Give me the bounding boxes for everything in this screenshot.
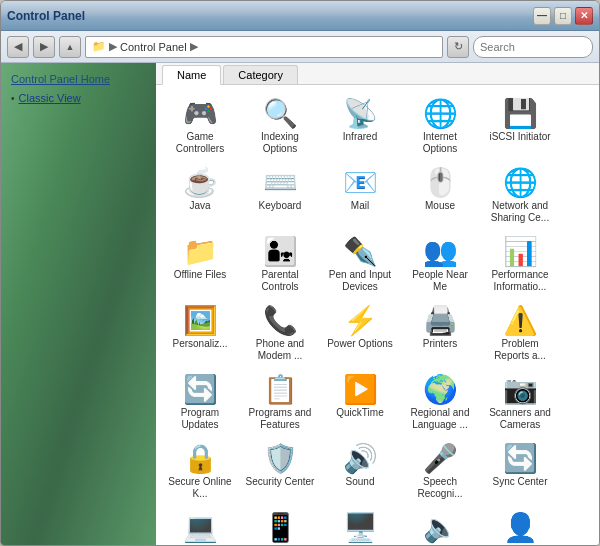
- icon-item-taskbar-start[interactable]: 🖥️Taskbar and Start Menu: [320, 507, 400, 545]
- icon-image-tablet-pc: 📱: [263, 514, 298, 542]
- icon-image-secure-online: 🔒: [183, 445, 218, 473]
- icon-label-mouse: Mouse: [425, 200, 455, 212]
- address-bar[interactable]: 📁 ▶ Control Panel ▶: [85, 36, 443, 58]
- icon-item-quicktime[interactable]: ▶️QuickTime: [320, 369, 400, 426]
- address-icon: 📁: [92, 40, 106, 53]
- control-panel-window: Control Panel — □ ✕ ◀ ▶ ▲ 📁 ▶ Control Pa…: [0, 0, 600, 546]
- icon-wrapper-java: ☕Java: [160, 162, 240, 231]
- icon-image-game-controllers: 🎮: [183, 100, 218, 128]
- icon-label-pen-input: Pen and Input Devices: [325, 269, 395, 293]
- icon-item-pen-input[interactable]: ✒️Pen and Input Devices: [320, 231, 400, 300]
- icon-label-power-options: Power Options: [327, 338, 393, 350]
- up-button[interactable]: ▲: [59, 36, 81, 58]
- icon-wrapper-security-center: 🛡️Security Center: [240, 438, 320, 507]
- icon-wrapper-programs-features: 📋Programs and Features: [240, 369, 320, 438]
- icon-label-people-near-me: People Near Me: [405, 269, 475, 293]
- icon-label-printers: Printers: [423, 338, 457, 350]
- icon-label-program-updates: Program Updates: [165, 407, 235, 431]
- icon-image-security-center: 🛡️: [263, 445, 298, 473]
- main-area: Control Panel Home • Classic View Name C…: [1, 63, 599, 545]
- icon-item-power-options[interactable]: ⚡Power Options: [320, 300, 400, 357]
- icon-item-iscsi-initiator[interactable]: 💾iSCSI Initiator: [480, 93, 560, 150]
- icon-item-performance[interactable]: 📊Performance Informatio...: [480, 231, 560, 300]
- icon-image-sound: 🔊: [343, 445, 378, 473]
- icon-label-indexing-options: Indexing Options: [245, 131, 315, 155]
- icon-image-internet-options: 🌐: [423, 100, 458, 128]
- search-input[interactable]: [480, 41, 600, 53]
- sidebar-home-link[interactable]: Control Panel Home: [11, 73, 146, 85]
- icon-image-problem-reports: ⚠️: [503, 307, 538, 335]
- icon-item-user-accounts[interactable]: 👤User Accounts: [480, 507, 560, 545]
- icon-item-mail[interactable]: 📧Mail: [320, 162, 400, 219]
- icon-item-people-near-me[interactable]: 👥People Near Me: [400, 231, 480, 300]
- icon-image-parental-controls: 👨‍👧: [263, 238, 298, 266]
- icon-label-iscsi-initiator: iSCSI Initiator: [489, 131, 550, 143]
- icon-image-sync-center: 🔄: [503, 445, 538, 473]
- icon-image-mouse: 🖱️: [423, 169, 458, 197]
- sidebar-classic-view[interactable]: • Classic View: [11, 91, 146, 105]
- icon-wrapper-scanners-cameras: 📷Scanners and Cameras: [480, 369, 560, 438]
- icon-wrapper-mail: 📧Mail: [320, 162, 400, 231]
- icon-item-programs-features[interactable]: 📋Programs and Features: [240, 369, 320, 438]
- icon-item-scanners-cameras[interactable]: 📷Scanners and Cameras: [480, 369, 560, 438]
- search-box[interactable]: 🔍: [473, 36, 593, 58]
- address-text: Control Panel: [120, 41, 187, 53]
- icons-grid: 🎮Game Controllers🔍Indexing Options📡Infra…: [156, 85, 599, 545]
- icon-item-printers[interactable]: 🖨️Printers: [400, 300, 480, 357]
- icon-item-offline-files[interactable]: 📁Offline Files: [160, 231, 240, 288]
- close-button[interactable]: ✕: [575, 7, 593, 25]
- icon-item-regional-language[interactable]: 🌍Regional and Language ...: [400, 369, 480, 438]
- icon-item-internet-options[interactable]: 🌐Internet Options: [400, 93, 480, 162]
- icon-item-sound[interactable]: 🔊Sound: [320, 438, 400, 495]
- icon-image-people-near-me: 👥: [423, 238, 458, 266]
- icon-image-user-accounts: 👤: [503, 514, 538, 542]
- icon-item-infrared[interactable]: 📡Infrared: [320, 93, 400, 150]
- icon-item-problem-reports[interactable]: ⚠️Problem Reports a...: [480, 300, 560, 369]
- icon-image-indexing-options: 🔍: [263, 100, 298, 128]
- icon-image-keyboard: ⌨️: [263, 169, 298, 197]
- icon-wrapper-offline-files: 📁Offline Files: [160, 231, 240, 300]
- forward-button[interactable]: ▶: [33, 36, 55, 58]
- icon-item-game-controllers[interactable]: 🎮Game Controllers: [160, 93, 240, 162]
- icon-item-speech-recognition[interactable]: 🎤Speech Recogni...: [400, 438, 480, 507]
- icon-item-phone-modem[interactable]: 📞Phone and Modem ...: [240, 300, 320, 369]
- tab-name[interactable]: Name: [162, 65, 221, 85]
- maximize-button[interactable]: □: [554, 7, 572, 25]
- icon-image-pen-input: ✒️: [343, 238, 378, 266]
- minimize-button[interactable]: —: [533, 7, 551, 25]
- icon-label-secure-online: Secure Online K...: [165, 476, 235, 500]
- icon-label-parental-controls: Parental Controls: [245, 269, 315, 293]
- icon-item-tablet-pc[interactable]: 📱Tablet PC Settings: [240, 507, 320, 545]
- icon-wrapper-regional-language: 🌍Regional and Language ...: [400, 369, 480, 438]
- icon-item-security-center[interactable]: 🛡️Security Center: [240, 438, 320, 495]
- icon-wrapper-tablet-pc: 📱Tablet PC Settings: [240, 507, 320, 545]
- classic-view-label[interactable]: Classic View: [19, 91, 81, 105]
- icon-item-indexing-options[interactable]: 🔍Indexing Options: [240, 93, 320, 162]
- view-tabs: Name Category: [156, 63, 599, 85]
- icon-wrapper-system: 💻System: [160, 507, 240, 545]
- tab-category[interactable]: Category: [223, 65, 298, 84]
- icon-label-regional-language: Regional and Language ...: [405, 407, 475, 431]
- icon-item-secure-online[interactable]: 🔒Secure Online K...: [160, 438, 240, 507]
- refresh-button[interactable]: ↻: [447, 36, 469, 58]
- icon-item-sync-center[interactable]: 🔄Sync Center: [480, 438, 560, 495]
- icon-item-keyboard[interactable]: ⌨️Keyboard: [240, 162, 320, 219]
- icon-wrapper-speech-recognition: 🎤Speech Recogni...: [400, 438, 480, 507]
- icon-item-java[interactable]: ☕Java: [160, 162, 240, 219]
- icon-label-scanners-cameras: Scanners and Cameras: [485, 407, 555, 431]
- icon-item-parental-controls[interactable]: 👨‍👧Parental Controls: [240, 231, 320, 300]
- back-button[interactable]: ◀: [7, 36, 29, 58]
- icon-item-mouse[interactable]: 🖱️Mouse: [400, 162, 480, 219]
- icon-item-network-sharing[interactable]: 🌐Network and Sharing Ce...: [480, 162, 560, 231]
- icon-label-phone-modem: Phone and Modem ...: [245, 338, 315, 362]
- icon-item-system[interactable]: 💻System: [160, 507, 240, 545]
- sidebar: Control Panel Home • Classic View: [1, 63, 156, 545]
- icon-wrapper-network-sharing: 🌐Network and Sharing Ce...: [480, 162, 560, 231]
- icon-item-personalization[interactable]: 🖼️Personaliz...: [160, 300, 240, 357]
- icon-wrapper-indexing-options: 🔍Indexing Options: [240, 93, 320, 162]
- icon-item-program-updates[interactable]: 🔄Program Updates: [160, 369, 240, 438]
- icon-wrapper-sync-center: 🔄Sync Center: [480, 438, 560, 507]
- icon-wrapper-secure-online: 🔒Secure Online K...: [160, 438, 240, 507]
- icon-item-text-to-speech[interactable]: 🔈Text to Speech: [400, 507, 480, 545]
- icon-wrapper-taskbar-start: 🖥️Taskbar and Start Menu: [320, 507, 400, 545]
